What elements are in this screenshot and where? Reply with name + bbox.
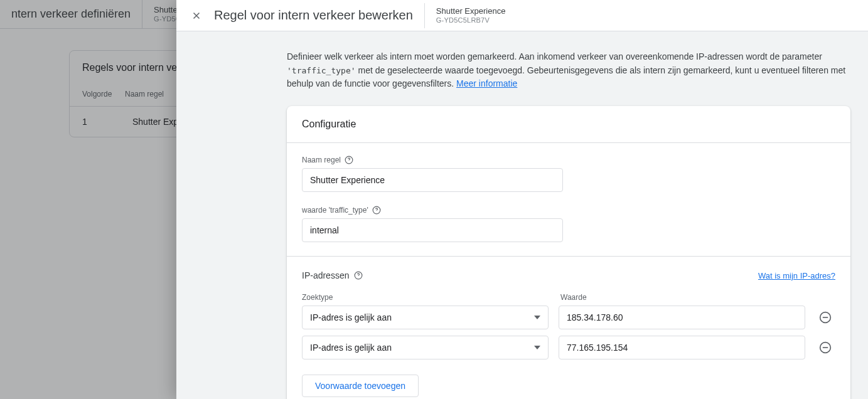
remove-icon (819, 311, 832, 324)
rule-name-label: Naam regel (302, 156, 341, 164)
traffic-type-field: waarde 'traffic_type' (302, 206, 835, 242)
traffic-type-input[interactable] (302, 218, 563, 242)
intro-text: Definieer welk verkeer als intern moet w… (176, 31, 868, 106)
ip-value-input[interactable] (559, 306, 805, 329)
panel-property-id: G-YD5C5LRB7V (436, 16, 506, 24)
rule-name-input[interactable] (302, 168, 563, 192)
ip-heading-text: IP-adressen (302, 270, 349, 280)
panel-title: Regel voor intern verkeer bewerken (214, 8, 424, 23)
remove-icon (819, 341, 832, 354)
dropdown-icon (534, 346, 540, 349)
panel-header: Regel voor intern verkeer bewerken Shutt… (176, 0, 868, 31)
traffic-type-label: waarde 'traffic_type' (302, 206, 368, 215)
edit-rule-panel: Regel voor intern verkeer bewerken Shutt… (176, 0, 868, 399)
intro-part1: Definieer welk verkeer als intern moet w… (287, 51, 822, 61)
help-icon[interactable] (354, 271, 363, 280)
close-button[interactable] (184, 3, 209, 28)
rule-name-field: Naam regel (302, 156, 835, 192)
what-is-my-ip-link[interactable]: Wat is mijn IP-adres? (758, 271, 835, 280)
match-type-select[interactable]: IP-adres is gelijk aan (302, 336, 549, 359)
dropdown-icon (534, 316, 540, 319)
intro-part2: met de geselecteerde waarde toegevoegd. … (287, 65, 845, 89)
panel-body: Definieer welk verkeer als intern moet w… (176, 31, 868, 399)
ip-condition-row: IP-adres is gelijk aan (302, 336, 835, 359)
ip-condition-row: IP-adres is gelijk aan (302, 306, 835, 329)
match-type-value: IP-adres is gelijk aan (310, 312, 392, 322)
match-type-label: Zoektype (302, 293, 550, 302)
add-condition-button[interactable]: Voorwaarde toevoegen (302, 375, 419, 397)
remove-condition-button[interactable] (815, 338, 835, 358)
help-icon[interactable] (372, 206, 381, 215)
panel-property-name: Shutter Experience (436, 6, 506, 16)
config-heading: Configuratie (287, 106, 850, 143)
ip-section-title: IP-adressen (302, 270, 363, 280)
more-info-link[interactable]: Meer informatie (456, 78, 517, 88)
intro-code: 'traffic_type' (287, 66, 356, 75)
panel-property-info: Shutter Experience G-YD5C5LRB7V (424, 3, 517, 28)
match-type-select[interactable]: IP-adres is gelijk aan (302, 306, 549, 329)
config-card: Configuratie Naam regel waarde 'traffic_… (287, 106, 850, 399)
ip-value-input[interactable] (559, 336, 805, 359)
value-label: Waarde (560, 293, 809, 302)
match-type-value: IP-adres is gelijk aan (310, 343, 392, 353)
remove-condition-button[interactable] (815, 307, 835, 327)
divider (287, 256, 850, 257)
help-icon[interactable] (345, 156, 353, 164)
close-icon (191, 10, 202, 21)
